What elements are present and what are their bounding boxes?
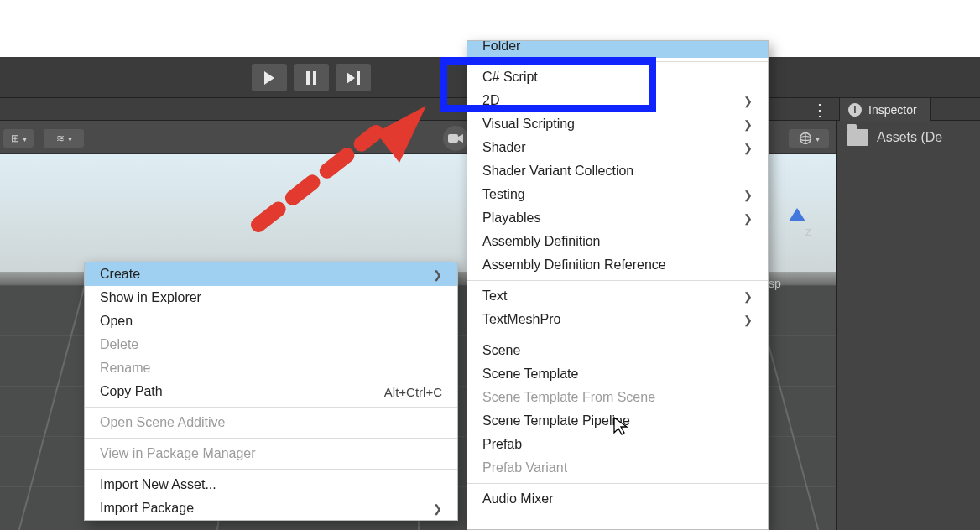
chevron-right-icon: ❯ xyxy=(710,212,753,225)
create-menu-item-label: Text xyxy=(482,288,507,304)
create-menu-item[interactable]: Folder xyxy=(467,40,768,58)
context-menu-item-label: Import New Asset... xyxy=(100,477,216,492)
create-menu-item[interactable]: Audio Mixer xyxy=(467,487,768,511)
context-menu-item[interactable]: Show in Explorer xyxy=(85,286,457,309)
create-menu-item: Scene Template From Scene xyxy=(467,386,768,409)
create-menu-separator xyxy=(467,280,768,281)
panel-inspector: Assets (De xyxy=(836,121,980,530)
chevron-right-icon: ❯ xyxy=(710,189,753,201)
globe-icon xyxy=(799,132,812,145)
mouse-cursor-icon xyxy=(612,416,629,439)
create-menu-item-label: Playables xyxy=(482,210,540,226)
context-menu-item[interactable]: Open xyxy=(85,309,457,333)
context-menu-item-label: Create xyxy=(100,267,140,282)
chevron-right-icon: ❯ xyxy=(710,118,753,131)
create-menu-item[interactable]: Testing❯ xyxy=(467,183,768,206)
kebab-menu-icon[interactable]: ⋮ xyxy=(811,101,829,118)
create-menu-item-label: Scene Template Pipeline xyxy=(482,413,630,429)
tab-inspector-label: Inspector xyxy=(868,103,917,117)
chevron-right-icon: ❯ xyxy=(710,142,753,154)
context-menu-item[interactable]: Import New Asset... xyxy=(85,473,457,496)
context-menu-item-label: Delete xyxy=(100,337,138,352)
context-menu-item-label: View in Package Manager xyxy=(100,446,256,461)
context-menu-item-label: Import Package xyxy=(100,501,194,516)
create-menu-item-label: Assembly Definition xyxy=(482,234,601,249)
context-menu-item-shortcut: Alt+Ctrl+C xyxy=(359,385,442,399)
inspector-asset-label: Assets (De xyxy=(877,130,942,145)
context-menu-item-label: Copy Path xyxy=(100,384,163,399)
create-menu-item-label: Scene Template From Scene xyxy=(482,390,655,405)
chevron-right-icon: ❯ xyxy=(710,314,753,326)
context-menu-item-label: Open Scene Additive xyxy=(100,415,225,430)
create-menu-item-label: TextMeshPro xyxy=(482,312,560,327)
tool-audio-wave[interactable]: ≋▾ xyxy=(44,129,84,148)
create-menu-item[interactable]: Assembly Definition Reference xyxy=(467,253,768,277)
create-menu-item[interactable]: Assembly Definition xyxy=(467,230,768,253)
play-icon xyxy=(264,71,274,85)
create-menu-separator xyxy=(467,335,768,335)
step-icon xyxy=(347,71,360,85)
context-menu-item-label: Show in Explorer xyxy=(100,290,201,305)
create-menu-item-label: Folder xyxy=(482,40,520,54)
context-submenu-create[interactable]: FolderC# Script2D❯Visual Scripting❯Shade… xyxy=(467,40,769,530)
context-menu-item[interactable]: Import Package❯ xyxy=(85,496,457,520)
scene-camera-button[interactable] xyxy=(443,126,468,151)
create-menu-item[interactable]: Scene xyxy=(467,339,768,362)
svg-rect-0 xyxy=(448,134,458,143)
step-button[interactable] xyxy=(336,64,371,91)
create-menu-item-label: Testing xyxy=(482,187,525,202)
create-menu-item[interactable]: Scene Template xyxy=(467,362,768,386)
create-menu-item-label: C# Script xyxy=(482,70,538,85)
create-menu-item-label: Shader Variant Collection xyxy=(482,164,633,179)
create-menu-item[interactable]: Shader❯ xyxy=(467,136,768,159)
create-menu-item-label: Shader xyxy=(482,140,526,155)
create-menu-item[interactable]: Playables❯ xyxy=(467,206,768,230)
z-axis-label: z xyxy=(805,225,811,238)
create-menu-item: Prefab Variant xyxy=(467,456,768,480)
folder-icon xyxy=(847,129,868,146)
chevron-right-icon: ❯ xyxy=(399,502,442,515)
create-menu-item[interactable]: Text❯ xyxy=(467,284,768,308)
pause-button[interactable] xyxy=(294,64,329,91)
create-menu-item[interactable]: Visual Scripting❯ xyxy=(467,112,768,136)
context-menu-item-label: Rename xyxy=(100,361,150,376)
chevron-right-icon: ❯ xyxy=(399,268,442,281)
tool-grid-snap[interactable]: ⊞▾ xyxy=(3,129,34,148)
create-menu-item-label: Scene xyxy=(482,343,520,358)
tool-orientation[interactable]: ▾ xyxy=(789,129,829,148)
create-menu-item-label: 2D xyxy=(482,93,499,108)
tab-inspector[interactable]: i Inspector xyxy=(839,98,931,122)
context-menu-item: Open Scene Additive xyxy=(85,411,457,434)
create-menu-item[interactable]: Shader Variant Collection xyxy=(467,159,768,183)
create-menu-item-label: Visual Scripting xyxy=(482,117,575,132)
context-menu-item: Delete xyxy=(85,333,457,356)
context-menu-separator xyxy=(85,469,457,470)
context-menu-item: View in Package Manager xyxy=(85,442,457,465)
create-menu-item-label: Prefab Variant xyxy=(482,460,567,475)
play-button[interactable] xyxy=(252,64,287,91)
create-menu-separator xyxy=(467,61,768,62)
context-menu-separator xyxy=(85,407,457,408)
create-menu-item-label: Scene Template xyxy=(482,366,578,382)
inspector-asset-row[interactable]: Assets (De xyxy=(837,129,980,146)
create-menu-item-label: Prefab xyxy=(482,437,522,452)
context-menu-assets[interactable]: Create❯Show in ExplorerOpenDeleteRenameC… xyxy=(84,262,458,521)
chevron-right-icon: ❯ xyxy=(710,290,753,303)
context-menu-item[interactable]: Create❯ xyxy=(85,262,457,286)
create-menu-item[interactable]: 2D❯ xyxy=(467,89,768,112)
context-menu-item-label: Open xyxy=(100,314,133,329)
camera-icon xyxy=(448,132,463,144)
create-menu-item[interactable]: C# Script xyxy=(467,65,768,89)
pause-icon xyxy=(306,71,316,85)
info-icon: i xyxy=(848,103,862,117)
context-menu-separator xyxy=(85,438,457,439)
context-menu-item: Rename xyxy=(85,356,457,380)
z-axis-icon xyxy=(789,208,805,221)
create-menu-item-label: Assembly Definition Reference xyxy=(482,257,666,273)
create-menu-item-label: Audio Mixer xyxy=(482,491,553,507)
projection-mode-hint: sp xyxy=(769,277,781,290)
chevron-right-icon: ❯ xyxy=(710,95,753,107)
create-menu-item[interactable]: TextMeshPro❯ xyxy=(467,308,768,331)
orientation-gizmo[interactable]: z xyxy=(772,208,822,267)
context-menu-item[interactable]: Copy PathAlt+Ctrl+C xyxy=(85,380,457,403)
